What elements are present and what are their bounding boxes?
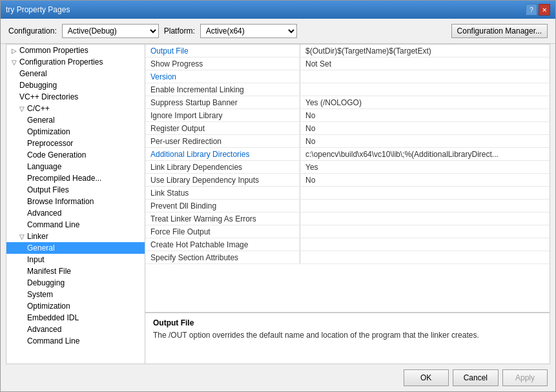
sidebar-item-label: Browse Information bbox=[27, 197, 94, 206]
property-row[interactable]: Treat Linker Warning As Errors bbox=[145, 212, 550, 225]
property-value bbox=[300, 251, 550, 263]
expand-arrow-icon: ▽ bbox=[12, 59, 17, 66]
close-button[interactable]: ✕ bbox=[539, 4, 550, 15]
property-row[interactable]: Create Hot Patchable Image bbox=[145, 238, 550, 251]
description-text: The /OUT option overrides the default na… bbox=[153, 330, 542, 341]
sidebar-item-label: Command Line bbox=[27, 336, 79, 346]
property-value: c:\opencv\build\x64\vc10\lib\;%(Addition… bbox=[300, 148, 550, 160]
property-row[interactable]: Suppress Startup BannerYes (/NOLOGO) bbox=[145, 96, 550, 109]
ok-button[interactable]: OK bbox=[404, 369, 449, 386]
sidebar-item-input[interactable]: Input bbox=[6, 254, 145, 265]
sidebar-item-cpp-advanced[interactable]: Advanced bbox=[6, 207, 145, 219]
sidebar-item-label: Optimization bbox=[27, 302, 70, 311]
sidebar-item-label: Common Properties bbox=[19, 46, 88, 55]
sidebar-item-common-props[interactable]: ▷Common Properties bbox=[6, 45, 145, 56]
property-name: Ignore Import Library bbox=[145, 109, 300, 121]
sidebar-item-code-generation[interactable]: Code Generation bbox=[6, 149, 145, 161]
sidebar-item-general[interactable]: General bbox=[6, 68, 145, 79]
property-row[interactable]: Specify Section Attributes bbox=[145, 251, 550, 264]
property-row[interactable]: Use Library Dependency InputsNo bbox=[145, 174, 550, 187]
title-bar-left: try Property Pages bbox=[6, 5, 70, 14]
property-row[interactable]: Output File$(OutDir)$(TargetName)$(Targe… bbox=[145, 45, 550, 57]
sidebar-item-label: Advanced bbox=[27, 209, 61, 218]
sidebar-item-command-line[interactable]: Command Line bbox=[6, 219, 145, 231]
expand-arrow-icon: ▷ bbox=[12, 47, 17, 54]
sidebar-item-label: Command Line bbox=[27, 220, 79, 229]
sidebar-item-label: Advanced bbox=[27, 325, 61, 334]
property-name: Specify Section Attributes bbox=[145, 251, 300, 263]
property-value bbox=[300, 187, 550, 199]
sidebar-item-label: Linker bbox=[27, 232, 48, 241]
sidebar-item-label: C/C++ bbox=[27, 104, 50, 113]
cancel-button[interactable]: Cancel bbox=[453, 369, 499, 386]
property-value: $(OutDir)$(TargetName)$(TargetExt) bbox=[300, 45, 550, 57]
property-name: Force File Output bbox=[145, 225, 300, 238]
property-row[interactable]: Show ProgressNot Set bbox=[145, 57, 550, 70]
property-value bbox=[300, 238, 550, 251]
sidebar-item-label: General bbox=[19, 69, 47, 78]
property-name: Version bbox=[145, 70, 300, 83]
sidebar-item-cpp-general[interactable]: General bbox=[6, 114, 145, 126]
property-pages-dialog: try Property Pages ? ✕ Configuration: Ac… bbox=[0, 0, 556, 392]
sidebar-item-label: Manifest File bbox=[27, 267, 71, 276]
sidebar-item-label: Code Generation bbox=[27, 150, 86, 160]
sidebar-item-label: Precompiled Heade... bbox=[27, 174, 101, 183]
sidebar-item-linker-debugging[interactable]: Debugging bbox=[6, 277, 145, 289]
sidebar-item-linker-general[interactable]: General bbox=[6, 242, 145, 254]
property-row[interactable]: Additional Library Directoriesc:\opencv\… bbox=[145, 148, 550, 161]
sidebar-item-config-props[interactable]: ▽Configuration Properties bbox=[6, 56, 145, 68]
sidebar-item-label: Embedded IDL bbox=[27, 313, 79, 322]
apply-button[interactable]: Apply bbox=[502, 369, 548, 386]
sidebar-item-manifest-file[interactable]: Manifest File bbox=[6, 265, 145, 277]
property-row[interactable]: Force File Output bbox=[145, 225, 550, 238]
property-row[interactable]: Prevent Dll Binding bbox=[145, 200, 550, 212]
sidebar-item-language[interactable]: Language bbox=[6, 161, 145, 172]
property-row[interactable]: Link Library DependenciesYes bbox=[145, 161, 550, 174]
property-value bbox=[300, 212, 550, 225]
property-row[interactable]: Per-user RedirectionNo bbox=[145, 135, 550, 148]
sidebar-item-linker[interactable]: ▽Linker bbox=[6, 231, 145, 242]
sidebar-item-embedded-idl[interactable]: Embedded IDL bbox=[6, 312, 145, 324]
property-row[interactable]: Register OutputNo bbox=[145, 122, 550, 135]
property-value: Yes bbox=[300, 161, 550, 173]
property-row[interactable]: Ignore Import LibraryNo bbox=[145, 109, 550, 122]
sidebar-item-label: Preprocessor bbox=[27, 139, 73, 148]
property-name: Output File bbox=[145, 45, 300, 57]
property-name: Link Library Dependencies bbox=[145, 161, 300, 173]
sidebar-item-command-line2[interactable]: Command Line bbox=[6, 335, 145, 347]
help-button[interactable]: ? bbox=[526, 4, 537, 15]
property-name: Per-user Redirection bbox=[145, 135, 300, 147]
property-row[interactable]: Version bbox=[145, 70, 550, 83]
sidebar-item-precompiled-headers[interactable]: Precompiled Heade... bbox=[6, 172, 145, 184]
sidebar-item-vc-directories[interactable]: VC++ Directories bbox=[6, 91, 145, 103]
properties-table: Output File$(OutDir)$(TargetName)$(Targe… bbox=[145, 45, 550, 312]
sidebar-item-label: Configuration Properties bbox=[19, 57, 103, 67]
property-name: Use Library Dependency Inputs bbox=[145, 174, 300, 186]
config-manager-button[interactable]: Configuration Manager... bbox=[451, 24, 548, 38]
property-name: Show Progress bbox=[145, 57, 300, 70]
description-title: Output File bbox=[153, 318, 542, 327]
sidebar-item-output-files[interactable]: Output Files bbox=[6, 184, 145, 196]
sidebar-item-browse-information[interactable]: Browse Information bbox=[6, 196, 145, 207]
property-value bbox=[300, 200, 550, 212]
property-name: Treat Linker Warning As Errors bbox=[145, 212, 300, 225]
sidebar-item-label: General bbox=[27, 243, 55, 253]
sidebar: ▷Common Properties▽Configuration Propert… bbox=[6, 45, 145, 364]
property-value: Not Set bbox=[300, 57, 550, 70]
sidebar-item-debugging[interactable]: Debugging bbox=[6, 79, 145, 91]
property-row[interactable]: Enable Incremental Linking bbox=[145, 83, 550, 96]
sidebar-item-system[interactable]: System bbox=[6, 289, 145, 300]
sidebar-item-linker-optimization[interactable]: Optimization bbox=[6, 300, 145, 312]
expand-arrow-icon: ▽ bbox=[19, 233, 25, 240]
config-bar: Configuration: Active(Debug) Platform: A… bbox=[1, 19, 555, 44]
configuration-select[interactable]: Active(Debug) bbox=[62, 24, 159, 38]
property-row[interactable]: Link Status bbox=[145, 187, 550, 200]
property-name: Suppress Startup Banner bbox=[145, 96, 300, 108]
sidebar-item-linker-advanced[interactable]: Advanced bbox=[6, 324, 145, 335]
sidebar-item-label: Optimization bbox=[27, 127, 70, 136]
sidebar-item-preprocessor[interactable]: Preprocessor bbox=[6, 138, 145, 149]
property-name: Enable Incremental Linking bbox=[145, 83, 300, 96]
platform-select[interactable]: Active(x64) bbox=[200, 24, 297, 38]
sidebar-item-cpp[interactable]: ▽C/C++ bbox=[6, 103, 145, 114]
sidebar-item-optimization[interactable]: Optimization bbox=[6, 126, 145, 138]
